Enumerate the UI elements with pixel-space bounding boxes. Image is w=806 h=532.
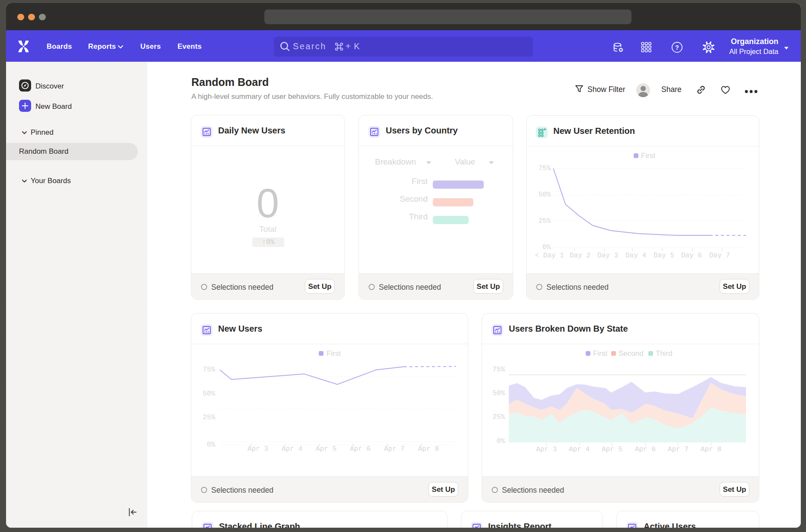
svg-text:?: ? bbox=[675, 44, 679, 51]
